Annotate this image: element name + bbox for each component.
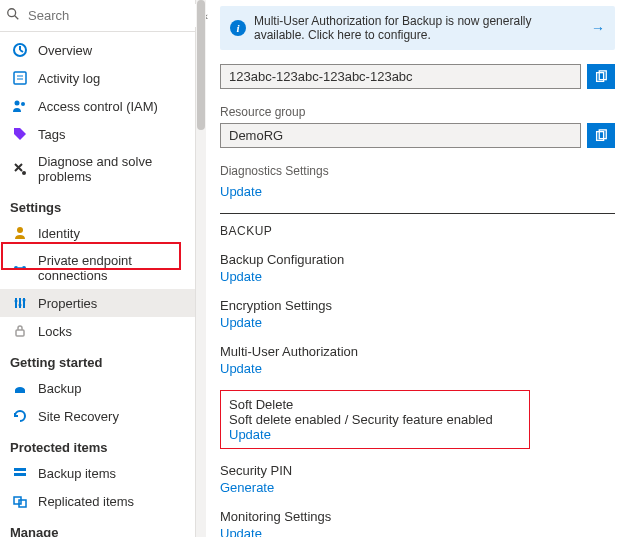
sidebar-item-label: Activity log	[38, 71, 100, 86]
sidebar-item-identity[interactable]: Identity	[0, 219, 195, 247]
copy-icon	[594, 70, 608, 84]
encryption-update-link[interactable]: Update	[220, 315, 262, 330]
sidebar-item-label: Identity	[38, 226, 80, 241]
sidebar-item-tags[interactable]: Tags	[0, 120, 195, 148]
svg-rect-5	[14, 72, 26, 84]
multi-user-auth-block: Multi-User Authorization Update	[220, 344, 615, 376]
sidebar-item-label: Properties	[38, 296, 97, 311]
sidebar-item-replicated-items[interactable]: Replicated items	[0, 487, 195, 515]
svg-point-20	[23, 299, 26, 302]
sidebar-item-site-recovery[interactable]: Site Recovery	[0, 402, 195, 430]
sidebar-item-label: Locks	[38, 324, 72, 339]
diagnostics-settings-label: Diagnostics Settings	[220, 164, 615, 178]
site-recovery-icon	[12, 408, 28, 424]
diagnose-icon	[12, 161, 28, 177]
sidebar-item-label: Backup	[38, 381, 81, 396]
search-row: «	[0, 0, 195, 32]
sidebar-item-label: Diagnose and solve problems	[38, 154, 185, 184]
svg-point-12	[14, 266, 18, 270]
properties-icon	[12, 295, 28, 311]
copy-rg-button[interactable]	[587, 123, 615, 148]
replicated-items-icon	[12, 493, 28, 509]
svg-point-8	[15, 101, 20, 106]
soft-delete-desc: Soft delete enabled / Security feature e…	[229, 412, 493, 427]
backup-icon	[12, 380, 28, 396]
sidebar-item-label: Tags	[38, 127, 65, 142]
locks-icon	[12, 323, 28, 339]
sidebar-item-backup-items[interactable]: Backup items	[0, 459, 195, 487]
security-pin-block: Security PIN Generate	[220, 463, 615, 495]
soft-delete-update-link[interactable]: Update	[229, 427, 271, 442]
block-title: Backup Configuration	[220, 252, 615, 267]
block-title: Monitoring Settings	[220, 509, 615, 524]
svg-point-0	[8, 9, 16, 17]
search-icon	[6, 7, 20, 24]
mua-update-link[interactable]: Update	[220, 361, 262, 376]
resource-id-value: 123abc-123abc-123abc-123abc	[220, 64, 581, 89]
diagnostics-update-link[interactable]: Update	[220, 184, 262, 199]
svg-point-9	[21, 102, 25, 106]
sidebar-item-activity-log[interactable]: Activity log	[0, 64, 195, 92]
svg-point-13	[22, 266, 26, 270]
sidebar-item-label: Private endpoint connections	[38, 253, 185, 283]
svg-rect-23	[14, 468, 26, 471]
sidebar-item-label: Site Recovery	[38, 409, 119, 424]
block-title: Soft Delete	[229, 397, 521, 412]
monitoring-update-link[interactable]: Update	[220, 526, 262, 537]
sidebar-item-locks[interactable]: Locks	[0, 317, 195, 345]
arrow-right-icon: →	[591, 20, 605, 36]
sidebar-item-label: Backup items	[38, 466, 116, 481]
monitoring-settings-block: Monitoring Settings Update	[220, 509, 615, 537]
sidebar-item-access-control[interactable]: Access control (IAM)	[0, 92, 195, 120]
svg-line-4	[20, 50, 23, 52]
overview-icon	[12, 42, 28, 58]
sidebar-item-label: Overview	[38, 43, 92, 58]
svg-rect-24	[14, 473, 26, 476]
backup-configuration-update-link[interactable]: Update	[220, 269, 262, 284]
group-header-getting-started: Getting started	[0, 345, 195, 374]
group-header-manage: Manage	[0, 515, 195, 537]
block-title: Multi-User Authorization	[220, 344, 615, 359]
group-header-settings: Settings	[0, 190, 195, 219]
sidebar-scrollbar[interactable]	[196, 0, 206, 537]
svg-point-19	[19, 304, 22, 307]
info-banner[interactable]: i Multi-User Authorization for Backup is…	[220, 6, 615, 50]
sidebar-item-label: Replicated items	[38, 494, 134, 509]
tags-icon	[12, 126, 28, 142]
sidebar: « Overview Activity log Access control (…	[0, 0, 196, 537]
sidebar-item-diagnose[interactable]: Diagnose and solve problems	[0, 148, 195, 190]
access-control-icon	[12, 98, 28, 114]
endpoint-icon	[12, 260, 28, 276]
resource-group-label: Resource group	[220, 105, 615, 119]
svg-point-10	[22, 171, 26, 175]
activity-log-icon	[12, 70, 28, 86]
backup-section-header: BACKUP	[220, 224, 615, 238]
encryption-settings-block: Encryption Settings Update	[220, 298, 615, 330]
banner-text: Multi-User Authorization for Backup is n…	[254, 14, 583, 42]
block-title: Security PIN	[220, 463, 615, 478]
info-icon: i	[230, 20, 246, 36]
resource-group-value: DemoRG	[220, 123, 581, 148]
sidebar-item-backup[interactable]: Backup	[0, 374, 195, 402]
svg-line-1	[15, 16, 19, 20]
backup-configuration-block: Backup Configuration Update	[220, 252, 615, 284]
identity-icon	[12, 225, 28, 241]
svg-point-18	[15, 300, 18, 303]
copy-icon	[594, 129, 608, 143]
sidebar-item-private-endpoint[interactable]: Private endpoint connections	[0, 247, 195, 289]
sidebar-item-properties[interactable]: Properties	[0, 289, 195, 317]
svg-rect-22	[15, 390, 25, 393]
main-content: i Multi-User Authorization for Backup is…	[206, 0, 625, 537]
copy-id-button[interactable]	[587, 64, 615, 89]
sidebar-item-label: Access control (IAM)	[38, 99, 158, 114]
security-pin-generate-link[interactable]: Generate	[220, 480, 274, 495]
nav-list: Overview Activity log Access control (IA…	[0, 32, 195, 537]
soft-delete-block: Soft Delete Soft delete enabled / Securi…	[220, 390, 530, 449]
section-divider	[220, 213, 615, 214]
svg-point-11	[17, 227, 23, 233]
backup-items-icon	[12, 465, 28, 481]
svg-rect-21	[16, 330, 24, 336]
sidebar-item-overview[interactable]: Overview	[0, 36, 195, 64]
scrollbar-thumb[interactable]	[197, 0, 205, 130]
search-input[interactable]	[26, 4, 198, 27]
